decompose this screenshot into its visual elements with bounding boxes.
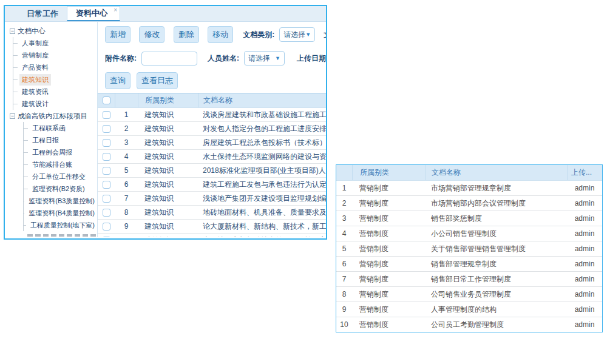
row-doc-name: 销售部奖惩制度 [425, 214, 567, 224]
row-category: 建筑知识 [138, 124, 198, 134]
table-row[interactable]: 8 营销制度 公司销售业务员管理制度 admin [336, 287, 602, 302]
table-row[interactable]: 6 建筑知识 建筑工程施工发包与承包违法行为认定... [98, 178, 326, 192]
row-category: 营销制度 [352, 214, 425, 224]
row-checkbox[interactable] [103, 111, 110, 119]
document-tree: − 文档中心 人事制度 营销制度 产品资料 [5, 22, 98, 237]
row-checkbox[interactable] [103, 153, 110, 161]
table-row[interactable]: 3 营销制度 销售部奖惩制度 admin [336, 211, 602, 226]
action-button[interactable]: 新增 [105, 26, 131, 43]
tree-item-label: 产品资料 [19, 62, 51, 73]
tree-item[interactable]: 建筑设计 [13, 98, 97, 110]
select-all-checkbox[interactable] [103, 96, 110, 104]
table-row[interactable]: 9 营销制度 人事管理制度的结构 admin [336, 302, 602, 317]
tree-item[interactable]: 分工单位工作移交 [24, 170, 97, 183]
tree-root-document-center[interactable]: − 文档中心 [5, 25, 97, 37]
tree-root-project[interactable]: − 成渝高铁内江标段项目 [5, 110, 97, 122]
row-doc-name: 销售部日常工作管理制度 [425, 274, 567, 285]
search-button[interactable]: 查询 [105, 72, 131, 89]
tree-item[interactable]: 节能减排台账 [24, 158, 97, 170]
table-row[interactable]: 10 建筑知识 大厦地下室加气砼墙砌筑工程的施工方... [98, 234, 326, 237]
tree-item-label: 营销制度 [19, 50, 51, 61]
row-category: 建筑知识 [138, 166, 198, 176]
action-button[interactable]: 修改 [139, 26, 164, 43]
tree-item[interactable]: 监理资料(B2资质) [24, 183, 97, 195]
table-row[interactable]: 1 营销制度 市场营销部管理规章制度 admin [336, 181, 602, 196]
table-row[interactable]: 2 营销制度 市场营销部内部会议管理制度 admin [336, 196, 602, 211]
tree-children-group: 人事制度 营销制度 产品资料 建筑知识 建筑资讯 [13, 37, 97, 110]
tree-item-label: 建筑知识 [19, 74, 51, 86]
row-doc-name: 公司员工考勤管理制度 [425, 320, 567, 330]
number-column-header [115, 93, 138, 107]
tree-item-label: 工程质量控制(地下室) [28, 220, 97, 231]
tree-item[interactable]: 营销制度 [13, 49, 97, 61]
row-checkbox[interactable] [103, 237, 110, 238]
table-row[interactable]: 5 营销制度 关于销售部管理销售管理制度 admin [336, 241, 602, 257]
tree-item-label: 监理资料(B2资质) [30, 183, 87, 195]
tree-item[interactable]: 建筑知识 [13, 73, 97, 86]
tree-item[interactable]: 工程日报 [24, 134, 97, 146]
attachment-name-label: 附件名称: [105, 53, 137, 64]
table-row[interactable]: 4 营销制度 小公司销售管理制度 admin [336, 226, 602, 241]
uploader-column-header: 上传... [567, 165, 602, 180]
row-category: 营销制度 [352, 198, 425, 209]
table-row[interactable]: 8 建筑知识 地砖地面材料、机具准备、质量要求及... [98, 206, 326, 220]
table-row[interactable]: 2 建筑知识 对发包人指定分包的工程施工进度安排... [98, 122, 326, 136]
row-checkbox[interactable] [103, 195, 110, 203]
row-checkbox[interactable] [103, 167, 110, 175]
row-checkbox[interactable] [103, 223, 110, 231]
collapse-icon[interactable]: − [10, 29, 15, 34]
row-number: 5 [336, 244, 352, 253]
tree-root-label: 文档中心 [18, 27, 46, 36]
row-checkbox[interactable] [103, 125, 110, 133]
tab-data-center[interactable]: 资料中心 × [67, 6, 120, 21]
tree-item[interactable]: 人事制度 [13, 37, 97, 49]
tree-item[interactable]: 工程联系函 [24, 122, 97, 134]
row-category: 营销制度 [352, 244, 425, 254]
person-name-label: 人员姓名: [208, 53, 239, 64]
table-row[interactable]: 10 营销制度 公司员工考勤管理制度 admin [336, 317, 602, 332]
table-row[interactable]: 6 营销制度 销售部管理规章制度 admin [336, 257, 602, 272]
row-category: 建筑知识 [138, 194, 198, 204]
tree-item[interactable]: 监理资料(B3质量控制) [24, 195, 97, 207]
table-body: 1 营销制度 市场营销部管理规章制度 admin 2 营销制度 市场营销部内部会… [336, 181, 602, 332]
tree-item-label: 人事制度 [19, 38, 51, 49]
row-checkbox[interactable] [103, 181, 110, 189]
table-row[interactable]: 9 建筑知识 论大厦新材料、新结构、新技术，新工... [98, 220, 326, 234]
action-button[interactable]: 移动 [208, 26, 233, 43]
row-category: 营销制度 [352, 259, 425, 269]
row-doc-name: 对发包人指定分包的工程施工进度安排... [198, 124, 326, 134]
doc-category-select[interactable]: 请选择 ▼ [279, 27, 315, 42]
tree-root-label: 成渝高铁内江标段项目 [18, 112, 87, 121]
tree-item[interactable]: 工程质量控制(地下室) [24, 219, 97, 231]
document-center-window: 日常工作 资料中心 × − 文档中心 人事制度 营销制度 [4, 5, 327, 240]
toolbar-filters: 附件名称: 人员姓名: 请选择 ▼ 上传日期 [105, 51, 326, 66]
table-row[interactable]: 4 建筑知识 水土保持生态环境监测网络的建设与资... [98, 150, 326, 164]
attachment-name-input[interactable] [141, 52, 197, 66]
row-category: 营销制度 [352, 229, 425, 239]
tree-item[interactable]: 建筑资讯 [13, 86, 97, 98]
category-column-header: 所属别类 [138, 93, 198, 107]
documents-table: 所属别类 文档名称 1 建筑知识 浅谈房屋建筑和市政基础设施工程施工... [98, 93, 326, 237]
row-number: 7 [115, 194, 138, 203]
person-name-select[interactable]: 请选择 ▼ [244, 51, 285, 66]
table-row[interactable]: 7 建筑知识 浅谈地产集团开发建设项目监理规划编... [98, 192, 326, 206]
row-number: 4 [115, 152, 138, 161]
tree-item[interactable]: 监理资料(B4质量控制) [24, 207, 97, 219]
collapse-icon[interactable]: − [10, 113, 15, 119]
view-log-button[interactable]: 查看日志 [137, 72, 178, 89]
tree-item-label: 建筑设计 [19, 98, 51, 110]
row-category: 建筑知识 [138, 138, 198, 148]
table-row[interactable]: 3 建筑知识 房屋建筑工程总承包投标书（技术标）... [98, 136, 326, 150]
action-button[interactable]: 删除 [174, 26, 199, 43]
close-icon[interactable]: × [114, 7, 117, 13]
table-row[interactable]: 1 建筑知识 浅谈房屋建筑和市政基础设施工程施工... [98, 108, 326, 122]
row-checkbox[interactable] [103, 209, 110, 217]
row-checkbox[interactable] [103, 139, 110, 147]
table-row[interactable]: 5 建筑知识 2018标准化监理项目部(业主项目部)人员... [98, 164, 326, 178]
tab-daily-work[interactable]: 日常工作 [18, 6, 67, 21]
tree-item[interactable]: 工程例会周报 [24, 146, 97, 158]
table-row[interactable]: 7 营销制度 销售部日常工作管理制度 admin [336, 272, 602, 287]
row-doc-name: 市场营销部内部会议管理制度 [425, 198, 567, 209]
row-uploader: admin [567, 275, 602, 283]
tree-item[interactable]: 产品资料 [13, 61, 97, 73]
